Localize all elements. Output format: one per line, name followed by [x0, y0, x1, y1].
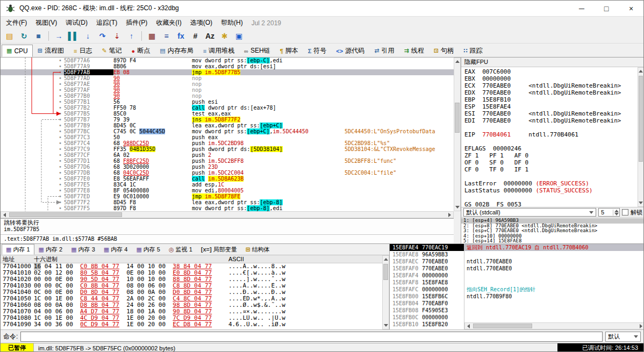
menu-view[interactable]: 视图(V): [31, 17, 61, 29]
scrollbar-track[interactable]: [472, 323, 638, 329]
scroll-up-icon[interactable]: [383, 256, 389, 263]
register-line[interactable]: ECX 770EABE0 <ntdll.DbgUiRemoteBreakin>: [464, 82, 644, 89]
disasm-row[interactable]: •5D8F77B779 39jns im.5D8F77F2: [1, 117, 454, 123]
hide-fpu-button[interactable]: 隐藏FPU: [461, 58, 644, 67]
disasm-row[interactable]: •5D8F77D168 F8BFC25Dpush im.5DC2BFF85DC2…: [1, 158, 454, 164]
stepper-buttons[interactable]: [613, 210, 619, 215]
scroll-down-icon[interactable]: [383, 322, 389, 329]
disasm-row[interactable]: •5D8F77E0E8 56EAFAFFcall im.5D8A623B: [1, 176, 454, 182]
disasm-row[interactable]: •5D8F77AE90nop: [1, 81, 454, 87]
disasm-row[interactable]: •5D8F77BCC745 0C 5044C45Dmov dword ptr s…: [1, 128, 454, 134]
run-button[interactable]: →: [52, 30, 66, 42]
tab-trace[interactable]: ∷跟踪: [459, 45, 488, 57]
menu-favourites[interactable]: 收藏夹(I): [152, 17, 185, 29]
register-line[interactable]: EBP 15E8FB10: [464, 96, 644, 103]
dump-vertical-scrollbar[interactable]: [382, 255, 389, 329]
tab-dump-1[interactable]: ▦内存 1: [2, 244, 34, 255]
stack-row[interactable]: 15E8FB0015E8FB6C: [390, 293, 464, 300]
close-button[interactable]: ×: [619, 1, 643, 16]
step-over-button[interactable]: ↷: [96, 30, 109, 42]
register-line[interactable]: ZF 1 PF 1 AF 0: [464, 152, 644, 159]
scrollbar-thumb[interactable]: [383, 264, 388, 280]
stack-row[interactable]: 15E8FAFC00000000: [390, 286, 464, 293]
disasm-row[interactable]: •5D8F77EDE9 0C010000jmp im.5D8F78FE: [1, 193, 454, 199]
tab-threads[interactable]: ⇉线程: [399, 45, 428, 57]
stack-comment[interactable]: 返回到 ntdll.770EAC19 自 ntdll.770B4060: [464, 244, 644, 251]
tab-notes[interactable]: ✎笔记: [97, 45, 126, 57]
disasm-row[interactable]: •5D8F77AD90nop: [1, 75, 454, 81]
stack-pane[interactable]: 15E8FAE4770EAC1915E8FAE896A59BB315E8FAEC…: [389, 243, 464, 329]
register-line[interactable]: EAX 007C6000: [464, 68, 644, 75]
labels-button[interactable]: Az: [203, 30, 217, 42]
register-line[interactable]: OF 0 SF 0 DF 0: [464, 159, 644, 166]
stack-comment[interactable]: ntdll.770B9F80: [464, 293, 644, 300]
menu-options[interactable]: 选项(O): [186, 17, 217, 29]
tab-struct[interactable]: ⊞结构体: [241, 244, 274, 255]
register-line[interactable]: [464, 173, 644, 180]
stack-row[interactable]: 15E8FAEC770EABE0: [390, 258, 464, 265]
command-input[interactable]: [20, 332, 603, 342]
scrollbar-track[interactable]: [638, 75, 643, 199]
stack-comment[interactable]: [464, 307, 644, 314]
disasm-row[interactable]: •5D8F77A98B06mov eax,dword ptr ds:[esi]: [1, 63, 454, 69]
stack-row[interactable]: 15E8FB08F45905E3: [390, 307, 464, 314]
stop-button[interactable]: ■: [32, 30, 45, 42]
memory-dump-pane[interactable]: 地址 十六进制 ASCII 7704100016 04 11 00 C0 8B …: [1, 255, 382, 329]
tab-call-stack[interactable]: ≡调用堆栈: [198, 45, 239, 57]
maximize-button[interactable]: □: [594, 1, 619, 16]
register-line[interactable]: [464, 138, 644, 145]
disasm-row[interactable]: •5D8F77F5897D F8mov dword ptr ss:[ebp-8]…: [1, 205, 454, 211]
run-to-return-button[interactable]: ↑: [125, 30, 138, 42]
minimize-button[interactable]: ─: [569, 1, 594, 16]
disasm-row[interactable]: •5D8F77B156push esi: [1, 99, 454, 105]
menu-file[interactable]: 文件(F): [2, 17, 31, 29]
scroll-right-icon[interactable]: [446, 212, 453, 218]
menu-debug[interactable]: 调试(D): [61, 17, 92, 29]
assemble-fx-button[interactable]: fx: [174, 30, 188, 42]
tab-locals[interactable]: [x=]局部变量: [197, 244, 241, 255]
disasm-row[interactable]: •5D8F77B585C0test eax,eax: [1, 111, 454, 117]
scroll-left-icon[interactable]: [1, 212, 8, 218]
disasm-row[interactable]: •5D8F77B090nop: [1, 93, 454, 99]
disasm-row[interactable]: •5D8F77C9FF35 04B1D35Dpush dword ptr ds:…: [1, 146, 454, 152]
stack-comment[interactable]: [464, 300, 644, 307]
scrollbar-track[interactable]: [383, 263, 389, 322]
register-line[interactable]: EBX 00000000: [464, 75, 644, 82]
stack-row[interactable]: 15E8FAE896A59BB3: [390, 251, 464, 258]
tab-symbols[interactable]: Σ符号: [303, 45, 332, 57]
tab-dump-2[interactable]: ▦内存 2: [34, 244, 67, 255]
command-script-select[interactable]: 默认: [605, 332, 641, 342]
disasm-row[interactable]: •5D8F77D668 3D020000push 23D: [1, 164, 454, 170]
tab-graph[interactable]: ⊞流程图: [33, 45, 69, 57]
tab-handles[interactable]: ⊡句柄: [429, 45, 459, 57]
disasm-row[interactable]: •5D8F77DB68 04C0C25Dpush im.5DC2C0045DC2…: [1, 170, 454, 176]
scrollbar-thumb[interactable]: [473, 324, 532, 328]
stack-row[interactable]: 15E8FB0C00000000: [390, 314, 464, 321]
scroll-down-icon[interactable]: [454, 204, 460, 211]
stack-row[interactable]: 15E8FAF815E8FAE8: [390, 279, 464, 286]
stack-row[interactable]: 15E8FAE4770EAC19: [390, 244, 464, 251]
scylla-button[interactable]: ▦: [145, 30, 159, 42]
disasm-row[interactable]: •5D8F77C468 988DC25Dpush im.5DC2BD985DC2…: [1, 140, 454, 146]
tab-references[interactable]: ⇄引用: [369, 45, 399, 57]
disasm-row[interactable]: •5D8F77E8BF 05400080mov edi,80004005: [1, 188, 454, 193]
tab-dump-3[interactable]: ▦内存 3: [67, 244, 99, 255]
tab-log[interactable]: ≡日志: [69, 45, 97, 57]
register-line[interactable]: GS 002B FS 0053: [464, 201, 644, 207]
tab-seh[interactable]: ∞SEH链: [239, 45, 275, 57]
patches-button[interactable]: #: [189, 30, 202, 42]
stack-row[interactable]: 15E8FB1015E8FB20: [390, 321, 464, 328]
scrollbar-thumb[interactable]: [455, 103, 460, 133]
register-line[interactable]: ESP 15E8FAE4: [464, 103, 644, 110]
open-file-button[interactable]: ▤: [3, 30, 16, 42]
tab-breakpoints[interactable]: ●断点: [127, 45, 155, 57]
unlock-checkbox[interactable]: [622, 209, 628, 215]
dump-row[interactable]: 7704109034 00 36 00 0C D9 04 77 1E 00 20…: [1, 321, 382, 328]
stack-comments-scrollbar[interactable]: [464, 322, 644, 329]
scroll-up-icon[interactable]: [454, 58, 460, 65]
menu-plugins[interactable]: 插件(P): [121, 17, 152, 29]
register-line[interactable]: EDI 770EABE0 <ntdll.DbgUiRemoteBreakin>: [464, 117, 644, 124]
tab-cpu[interactable]: ▦CPU: [2, 45, 33, 57]
stack-comment[interactable]: [464, 251, 644, 258]
stack-comment[interactable]: ntdll.770EABE0: [464, 258, 644, 265]
